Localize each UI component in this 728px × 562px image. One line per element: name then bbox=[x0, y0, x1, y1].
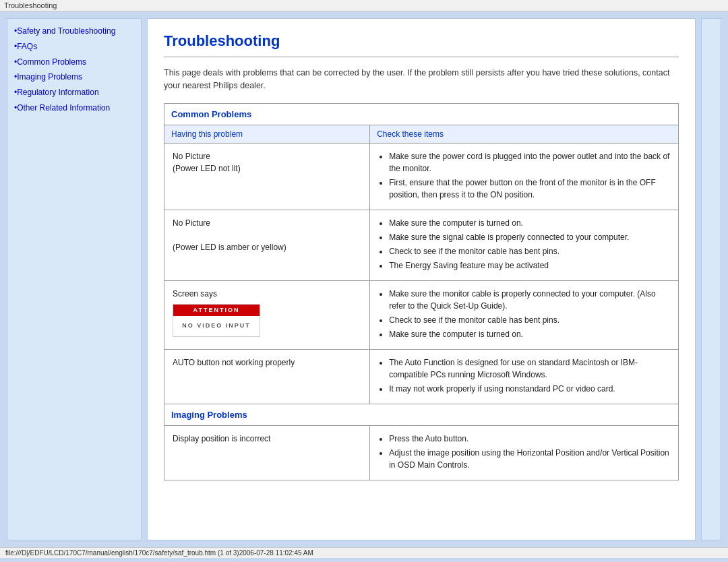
page-title: Troubleshooting bbox=[164, 32, 679, 50]
solution-list: The Auto Function is designed for use on… bbox=[389, 356, 670, 395]
left-sidebar: •Safety and Troubleshooting •FAQs •Commo… bbox=[7, 18, 142, 540]
screen-says-label: Screen says bbox=[173, 289, 217, 299]
imaging-problems-header-row: Imaging Problems bbox=[164, 404, 679, 425]
col-check: Check these items bbox=[370, 125, 679, 143]
table-row: Display position is incorrect Press the … bbox=[164, 425, 679, 480]
list-item: Make sure the computer is turned on. bbox=[389, 328, 670, 340]
screen-says-cell: Screen says ATTENTION NO VIDEO INPUT bbox=[164, 280, 370, 349]
list-item: Adjust the image position using the Hori… bbox=[389, 447, 670, 471]
solution-cell: Press the Auto button. Adjust the image … bbox=[370, 425, 679, 480]
title-bar: Troubleshooting bbox=[0, 0, 728, 11]
solution-list: Make sure the monitor cable is properly … bbox=[389, 288, 670, 340]
table-row: Screen says ATTENTION NO VIDEO INPUT Mak… bbox=[164, 280, 679, 349]
problem-text: No Picture(Power LED is amber or yellow) bbox=[173, 218, 286, 252]
list-item: Make sure the monitor cable is properly … bbox=[389, 288, 670, 312]
problem-cell: No Picture(Power LED is amber or yellow) bbox=[164, 210, 370, 280]
solution-cell: Make sure the monitor cable is properly … bbox=[370, 280, 679, 349]
table-row: No Picture(Power LED not lit) Make sure … bbox=[164, 143, 679, 210]
table-row: AUTO button not working properly The Aut… bbox=[164, 349, 679, 404]
right-panel bbox=[701, 18, 721, 540]
content-panel: Troubleshooting This page deals with pro… bbox=[147, 18, 696, 540]
title-divider bbox=[164, 57, 679, 57]
col-having: Having this problem bbox=[164, 125, 370, 143]
sidebar-link-common[interactable]: •Common Problems bbox=[14, 57, 134, 68]
list-item: The Auto Function is designed for use on… bbox=[389, 356, 670, 381]
solution-cell: Make sure the computer is turned on. Mak… bbox=[370, 210, 679, 280]
list-item: Make sure the signal cable is properly c… bbox=[389, 231, 670, 243]
solution-list: Make sure the power cord is plugged into… bbox=[389, 150, 670, 201]
sidebar-link-regulatory[interactable]: •Regulatory Information bbox=[14, 87, 134, 98]
solution-cell: The Auto Function is designed for use on… bbox=[370, 349, 679, 404]
problems-table: Common Problems Having this problem Chec… bbox=[164, 103, 679, 480]
intro-text: This page deals with problems that can b… bbox=[164, 67, 679, 92]
list-item: The Energy Saving feature may be activat… bbox=[389, 259, 670, 272]
problem-cell: AUTO button not working properly bbox=[164, 349, 370, 404]
list-item: First, ensure that the power button on t… bbox=[389, 177, 670, 201]
list-item: Make sure the power cord is plugged into… bbox=[389, 150, 670, 175]
list-item: Press the Auto button. bbox=[389, 433, 670, 445]
problem-cell: No Picture(Power LED not lit) bbox=[164, 143, 370, 210]
problem-cell: Display position is incorrect bbox=[164, 425, 370, 480]
common-problems-header-row: Common Problems bbox=[164, 103, 679, 125]
status-bar: file:///D|/EDFU/LCD/170C7/manual/english… bbox=[0, 547, 728, 558]
column-headers-row: Having this problem Check these items bbox=[164, 125, 679, 143]
common-problems-header: Common Problems bbox=[164, 103, 679, 125]
status-bar-text: file:///D|/EDFU/LCD/170C7/manual/english… bbox=[5, 549, 313, 557]
attention-content: NO VIDEO INPUT bbox=[173, 316, 260, 336]
sidebar-link-other[interactable]: •Other Related Information bbox=[14, 102, 134, 114]
solution-list: Make sure the computer is turned on. Mak… bbox=[389, 217, 670, 272]
attention-bar: ATTENTION bbox=[173, 305, 260, 317]
attention-box: ATTENTION NO VIDEO INPUT bbox=[173, 304, 260, 337]
solution-list: Press the Auto button. Adjust the image … bbox=[389, 433, 670, 471]
sidebar-link-faqs[interactable]: •FAQs bbox=[14, 41, 134, 53]
sidebar-link-safety[interactable]: •Safety and Troubleshooting bbox=[14, 26, 134, 37]
table-row: No Picture(Power LED is amber or yellow)… bbox=[164, 210, 679, 280]
problem-text: No Picture(Power LED not lit) bbox=[173, 152, 241, 173]
sidebar-link-imaging[interactable]: •Imaging Problems bbox=[14, 71, 134, 83]
main-wrapper: •Safety and Troubleshooting •FAQs •Commo… bbox=[0, 11, 728, 547]
list-item: It may not work properly if using nonsta… bbox=[389, 383, 670, 395]
solution-cell: Make sure the power cord is plugged into… bbox=[370, 143, 679, 210]
list-item: Make sure the computer is turned on. bbox=[389, 217, 670, 229]
list-item: Check to see if the monitor cable has be… bbox=[389, 314, 670, 326]
imaging-problems-header: Imaging Problems bbox=[164, 404, 679, 425]
title-bar-text: Troubleshooting bbox=[4, 1, 57, 9]
list-item: Check to see if the monitor cable has be… bbox=[389, 245, 670, 257]
